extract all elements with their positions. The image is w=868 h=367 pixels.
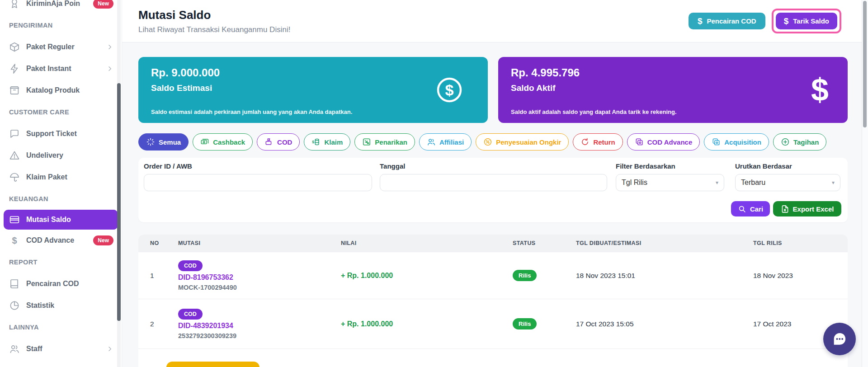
filter-berdasarkan-label: Filter Berdasarkan	[616, 162, 724, 170]
order-id-link[interactable]: DID-8196753362	[178, 273, 233, 282]
tgl-rilis-value: 18 Nov 2023	[753, 272, 836, 280]
order-ref: 2532792300309239	[178, 332, 236, 339]
chip-semua[interactable]: Semua	[138, 133, 189, 151]
urutkan-berdasar-select[interactable]: Terbaru ▾	[735, 174, 840, 191]
chip-label: Semua	[159, 138, 181, 146]
chip-cashback[interactable]: Cashback	[193, 133, 253, 151]
chip-tagihan[interactable]: Tagihan	[773, 133, 826, 151]
sidebar: KiriminAja Poin New PENGIRIMAN Paket Reg…	[0, 0, 122, 367]
main-area: Mutasi Saldo Lihat Riwayat Transaksi Keu…	[122, 0, 868, 367]
export-excel-button[interactable]: Export Excel	[773, 201, 841, 216]
sidebar-item-staff[interactable]: Staff	[0, 338, 122, 360]
umbrella-icon	[9, 172, 20, 183]
chip-label: Affiliasi	[439, 138, 464, 146]
filter-berdasarkan-select[interactable]: Tgl Rilis ▾	[616, 174, 724, 191]
mutasi-cell: COD DID-4839201934 2532792300309239	[178, 302, 341, 346]
chip-cod-advance[interactable]: COD Advance	[627, 133, 700, 151]
balance-label: Saldo Aktif	[511, 83, 835, 93]
balance-description: Saldo estimasi adalah perkiraan jumlah u…	[151, 108, 475, 115]
sidebar-item-label: Pencairan COD	[26, 280, 113, 288]
order-ref: MOCK-1700294490	[178, 284, 237, 291]
sidebar-section-report: REPORT	[0, 251, 122, 273]
nilai-value: + Rp. 1.000.000	[341, 320, 513, 328]
chip-cod[interactable]: COD	[257, 133, 300, 151]
chip-return[interactable]: Return	[573, 133, 623, 151]
balance-card-saldo-estimasi: Rp. 9.000.000 Saldo Estimasi Saldo estim…	[138, 57, 488, 123]
sidebar-item-paket-instant[interactable]: Paket Instant	[0, 58, 122, 80]
dollar-icon: $	[784, 16, 789, 26]
tanggal-input[interactable]	[380, 174, 607, 191]
highlight-annotation: $ Tarik Saldo	[772, 9, 841, 33]
pencairan-cod-button[interactable]: $ Pencairan COD	[689, 13, 765, 29]
chip-klaim[interactable]: $ Klaim	[304, 133, 350, 151]
chevron-right-icon	[106, 345, 113, 353]
order-id-link[interactable]: DID-4839201934	[178, 322, 233, 330]
sidebar-item-pencairan-cod[interactable]: Pencairan COD	[0, 273, 122, 295]
search-icon	[738, 205, 746, 213]
column-header-status: STATUS	[513, 240, 576, 246]
partial-amber-badge	[166, 362, 259, 367]
column-header-tgl-dibuat: TGL DIBUAT/ESTIMASI	[576, 240, 753, 246]
caret-down-icon: ▾	[716, 179, 718, 186]
sidebar-item-label: Mutasi Saldo	[26, 216, 113, 224]
plus-circle-icon	[781, 137, 790, 146]
sidebar-item-label: Klaim Paket	[26, 173, 113, 181]
sidebar-item-statistik[interactable]: Statistik	[0, 295, 122, 316]
row-number: 2	[150, 320, 178, 328]
tarik-saldo-button[interactable]: $ Tarik Saldo	[776, 13, 837, 29]
cari-label: Cari	[750, 205, 763, 213]
chat-bubble-icon	[830, 330, 849, 348]
status-cell: Rilis	[513, 270, 576, 281]
cash-icon	[200, 137, 209, 146]
urutkan-berdasar-label: Urutkan Berdasar	[735, 162, 840, 170]
page-scrollbar-thumb[interactable]	[863, 1, 867, 127]
chip-acquisition[interactable]: Acquisition	[704, 133, 769, 151]
chip-label: Penarikan	[375, 138, 407, 146]
chip-label: Return	[593, 138, 615, 146]
burst-icon	[146, 137, 155, 146]
sidebar-item-katalog-produk[interactable]: Katalog Produk	[0, 80, 122, 101]
sidebar-item-mutasi-saldo[interactable]: Mutasi Saldo	[4, 210, 118, 230]
people-icon	[427, 137, 436, 146]
sidebar-item-cod-advance[interactable]: $ COD Advance New	[0, 230, 122, 251]
chip-label: COD	[277, 138, 292, 146]
cari-button[interactable]: Cari	[731, 201, 770, 216]
dollar-icon: $	[9, 235, 20, 246]
chip-penarikan[interactable]: Penarikan	[354, 133, 415, 151]
chip-penyesuaian-ongkir[interactable]: Penyesuaian Ongkir	[476, 133, 569, 151]
table-header-row: NO MUTASI NILAI STATUS TGL DIBUAT/ESTIMA…	[138, 235, 848, 252]
order-id-input[interactable]	[144, 174, 372, 191]
new-badge: New	[93, 0, 113, 9]
delivery-box-icon	[264, 137, 274, 146]
chat-fab-button[interactable]	[823, 323, 856, 355]
sidebar-item-label: Paket Instant	[26, 65, 100, 73]
tanggal-group: Tanggal	[380, 162, 607, 191]
sidebar-scrollbar-thumb[interactable]	[117, 83, 121, 321]
row-number: 1	[150, 272, 178, 280]
urutkan-berdasar-group: Urutkan Berdasar Terbaru ▾	[735, 162, 840, 191]
copy-cash-icon	[635, 137, 644, 146]
circled-dollar-icon: $	[436, 76, 463, 104]
chip-label: Cashback	[213, 138, 245, 146]
column-header-nilai: NILAI	[341, 240, 513, 246]
book-icon	[9, 278, 20, 289]
warning-triangle-icon	[9, 150, 20, 161]
chip-affiliasi[interactable]: Affiliasi	[419, 133, 472, 151]
package-icon	[9, 42, 20, 52]
sidebar-item-label: Statistik	[26, 301, 113, 310]
sidebar-item-paket-reguler[interactable]: Paket Reguler	[0, 36, 122, 58]
sidebar-item-support-ticket[interactable]: Support Ticket	[0, 123, 122, 145]
pencairan-cod-label: Pencairan COD	[707, 17, 756, 25]
sidebar-menu: KiriminAja Poin New PENGIRIMAN Paket Reg…	[0, 0, 122, 360]
rotate-icon	[580, 137, 590, 146]
sidebar-item-klaim-paket[interactable]: Klaim Paket	[0, 166, 122, 188]
tgl-rilis-value: 17 Oct 2023	[753, 320, 836, 328]
sidebar-item-kiriminaja-poin[interactable]: KiriminAja Poin New	[0, 0, 122, 14]
order-id-label: Order ID / AWB	[144, 162, 372, 170]
page-header-text: Mutasi Saldo Lihat Riwayat Transaksi Keu…	[138, 8, 290, 34]
balance-description: Saldo aktif adalah saldo yang dapat Anda…	[511, 108, 835, 115]
cod-badge: COD	[178, 260, 203, 271]
chip-label: Acquisition	[724, 138, 761, 146]
sidebar-item-undelivery[interactable]: Undelivery	[0, 145, 122, 166]
chevron-right-icon	[106, 65, 113, 72]
